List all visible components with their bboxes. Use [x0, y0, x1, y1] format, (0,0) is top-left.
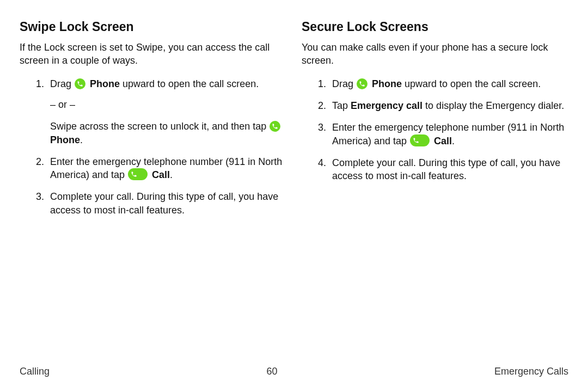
- phone-label: Phone: [50, 134, 80, 145]
- left-heading: Swipe Lock Screen: [20, 19, 286, 35]
- text: .: [170, 169, 173, 180]
- manual-page: Swipe Lock Screen If the Lock screen is …: [0, 0, 588, 392]
- phone-icon: [75, 78, 85, 89]
- emergency-call-label: Emergency call: [351, 100, 422, 111]
- text: .: [452, 136, 455, 146]
- call-label: Call: [149, 169, 170, 180]
- text: upward to open the call screen.: [120, 78, 259, 89]
- right-step-4: Complete your call. During this type of …: [329, 156, 568, 183]
- right-step-1: Drag Phone upward to open the call scree…: [329, 77, 568, 90]
- text: .: [80, 134, 83, 145]
- right-step-2: Tap Emergency call to display the Emerge…: [329, 99, 568, 112]
- phone-label: Phone: [369, 78, 402, 89]
- left-intro: If the Lock screen is set to Swipe, you …: [20, 41, 286, 68]
- left-step-3: Complete your call. During this type of …: [47, 190, 286, 217]
- left-step-1-alt: Swipe across the screen to unlock it, an…: [50, 120, 286, 146]
- text: Drag: [50, 78, 74, 89]
- call-icon: [128, 168, 148, 180]
- or-separator: – or –: [50, 98, 286, 111]
- call-label: Call: [431, 136, 452, 146]
- right-heading: Secure Lock Screens: [302, 19, 568, 35]
- footer-left: Calling: [20, 365, 50, 378]
- right-step-3: Enter the emergency telephone number (91…: [329, 121, 568, 148]
- text: upward to open the call screen.: [402, 78, 541, 89]
- footer-page-number: 60: [266, 365, 277, 378]
- text: Tap: [332, 100, 351, 111]
- two-column-layout: Swipe Lock Screen If the Lock screen is …: [20, 19, 568, 225]
- right-intro: You can make calls even if your phone ha…: [302, 41, 568, 68]
- text: Swipe across the screen to unlock it, an…: [50, 121, 269, 132]
- phone-icon: [357, 78, 367, 89]
- text: to display the Emergency dialer.: [422, 100, 564, 111]
- text: Drag: [332, 78, 356, 89]
- page-footer: Calling 60 Emergency Calls: [20, 365, 568, 378]
- call-icon: [410, 134, 430, 146]
- phone-label: Phone: [87, 78, 120, 89]
- left-column: Swipe Lock Screen If the Lock screen is …: [20, 19, 286, 225]
- right-column: Secure Lock Screens You can make calls e…: [302, 19, 568, 225]
- left-step-2: Enter the emergency telephone number (91…: [47, 155, 286, 182]
- right-steps: Drag Phone upward to open the call scree…: [302, 77, 568, 183]
- footer-right: Emergency Calls: [494, 365, 568, 378]
- phone-icon: [270, 121, 280, 132]
- left-steps: Drag Phone upward to open the call scree…: [20, 77, 286, 217]
- left-step-1: Drag Phone upward to open the call scree…: [47, 77, 286, 146]
